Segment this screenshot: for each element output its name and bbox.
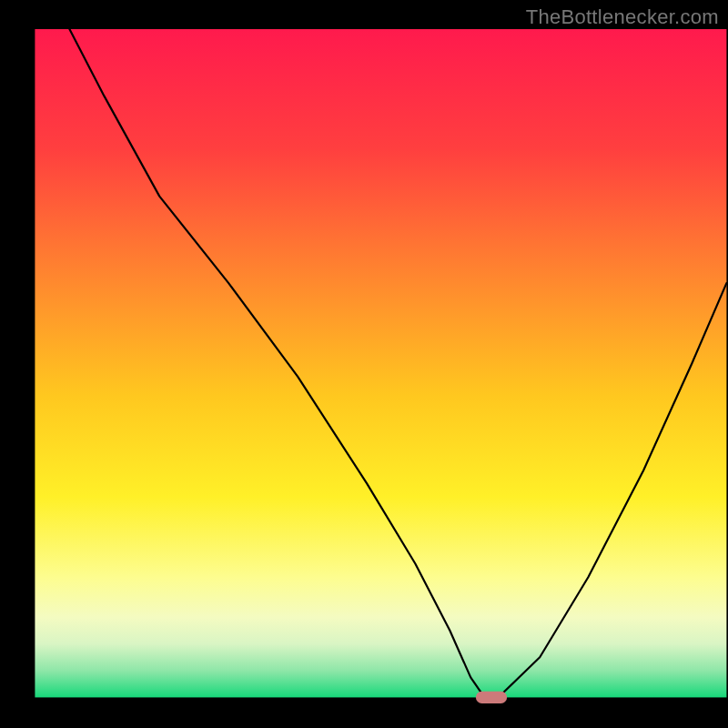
attribution-label: TheBottlenecker.com	[526, 5, 719, 29]
plot-gradient-background	[35, 29, 726, 697]
bottleneck-chart	[0, 0, 728, 728]
chart-container: TheBottlenecker.com	[0, 0, 728, 728]
optimum-marker	[476, 692, 507, 703]
